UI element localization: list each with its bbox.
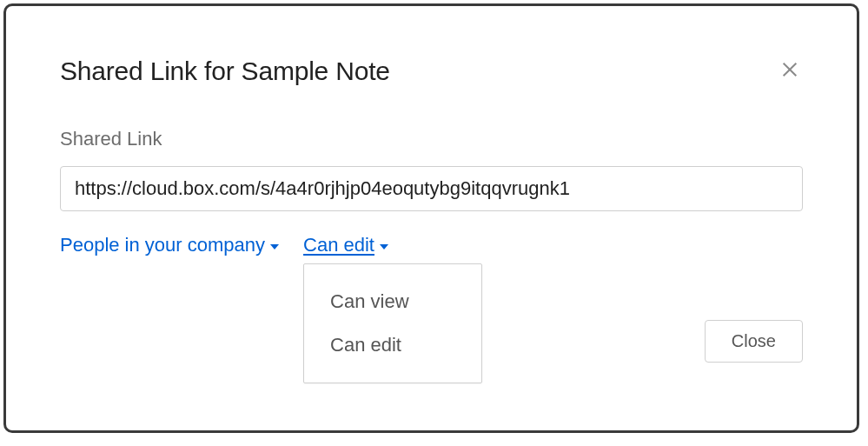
- scope-dropdown-label: People in your company: [60, 234, 265, 256]
- permission-dropdown-label: Can edit: [303, 234, 374, 256]
- close-icon[interactable]: [777, 57, 803, 83]
- permission-option-can-view[interactable]: Can view: [304, 280, 481, 323]
- caret-down-icon: [270, 244, 279, 250]
- scope-dropdown[interactable]: People in your company: [60, 234, 279, 256]
- close-button[interactable]: Close: [705, 320, 803, 363]
- share-link-modal: Shared Link for Sample Note Shared Link …: [3, 3, 859, 433]
- permission-dropdown[interactable]: Can edit: [303, 234, 388, 256]
- permission-dropdown-wrapper: Can edit Can view Can edit: [303, 234, 388, 256]
- modal-header: Shared Link for Sample Note: [60, 57, 803, 86]
- shared-link-label: Shared Link: [60, 128, 803, 150]
- modal-footer: Close: [705, 320, 803, 363]
- permission-option-can-edit[interactable]: Can edit: [304, 323, 481, 367]
- modal-title: Shared Link for Sample Note: [60, 57, 390, 86]
- caret-down-icon: [380, 244, 388, 250]
- link-settings-row: People in your company Can edit Can view…: [60, 234, 803, 256]
- permission-dropdown-menu: Can view Can edit: [303, 263, 482, 383]
- shared-link-input[interactable]: [60, 166, 803, 211]
